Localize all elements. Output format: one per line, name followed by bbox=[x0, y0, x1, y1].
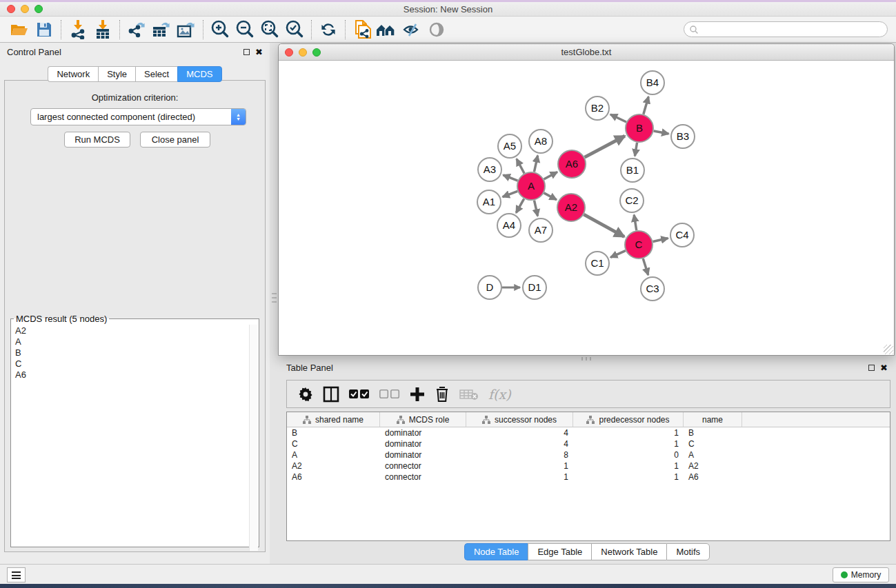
table-cell[interactable]: 1 bbox=[466, 461, 573, 471]
node-A2[interactable]: A2 bbox=[557, 194, 585, 221]
float-panel-icon[interactable] bbox=[243, 49, 250, 55]
table-cell[interactable]: 8 bbox=[466, 450, 573, 460]
tab-edge-table[interactable]: Edge Table bbox=[528, 543, 591, 560]
edge-A-A1[interactable] bbox=[503, 191, 518, 196]
memory-button[interactable]: Memory bbox=[833, 567, 889, 582]
table-cell[interactable]: connector bbox=[380, 472, 466, 482]
table-settings-icon[interactable] bbox=[298, 387, 313, 402]
mcds-result-item[interactable]: A6 bbox=[15, 369, 255, 381]
table-cell[interactable]: C bbox=[287, 439, 380, 449]
edge-A6-B[interactable] bbox=[585, 136, 625, 157]
table-cell[interactable]: 4 bbox=[466, 439, 573, 449]
node-A7[interactable]: A7 bbox=[529, 219, 552, 242]
edge-A-A6[interactable] bbox=[544, 172, 557, 179]
column-manager-icon[interactable] bbox=[323, 386, 339, 403]
zoom-out-icon[interactable] bbox=[232, 19, 257, 41]
node-A5[interactable]: A5 bbox=[498, 134, 521, 158]
column-header-name[interactable]: name bbox=[684, 412, 742, 427]
window-resize-grip[interactable] bbox=[884, 345, 893, 354]
table-cell[interactable]: 0 bbox=[573, 450, 684, 460]
table-cell[interactable]: B bbox=[287, 428, 380, 438]
export-image-icon[interactable] bbox=[174, 19, 199, 41]
edge-B-B1[interactable] bbox=[635, 143, 637, 156]
table-row[interactable]: Bdominator41B bbox=[287, 427, 890, 438]
node-B4[interactable]: B4 bbox=[641, 71, 664, 94]
node-C2[interactable]: C2 bbox=[620, 189, 644, 212]
task-history-button[interactable] bbox=[7, 567, 26, 582]
table-cell[interactable]: 1 bbox=[573, 472, 684, 482]
tab-select[interactable]: Select bbox=[135, 66, 177, 82]
table-row[interactable]: A6connector11A6 bbox=[287, 472, 890, 483]
import-table-icon[interactable] bbox=[90, 19, 115, 41]
clone-network-icon[interactable] bbox=[350, 19, 375, 41]
node-B2[interactable]: B2 bbox=[586, 97, 609, 120]
edge-A2-C[interactable] bbox=[584, 214, 624, 236]
node-table[interactable]: shared nameMCDS rolesuccessor nodesprede… bbox=[286, 412, 890, 541]
edge-A-A7[interactable] bbox=[534, 201, 537, 216]
node-B1[interactable]: B1 bbox=[621, 159, 644, 182]
import-network-icon[interactable] bbox=[66, 19, 90, 41]
edge-B-B4[interactable] bbox=[644, 97, 648, 114]
column-header-predecessor-nodes[interactable]: predecessor nodes bbox=[573, 412, 684, 427]
panel-split-handle[interactable] bbox=[272, 293, 277, 305]
edge-C-C4[interactable] bbox=[653, 239, 668, 242]
edge-A-A2[interactable] bbox=[544, 193, 557, 200]
table-cell[interactable]: 4 bbox=[466, 428, 573, 438]
select-all-icon[interactable] bbox=[349, 389, 370, 400]
tab-node-table[interactable]: Node Table bbox=[464, 543, 528, 560]
delete-column-icon[interactable] bbox=[435, 386, 450, 403]
network-window-titlebar[interactable]: testGlobe.txt bbox=[279, 44, 894, 61]
table-row[interactable]: A2connector11A2 bbox=[287, 460, 890, 472]
edge-A-A8[interactable] bbox=[534, 156, 537, 172]
table-cell[interactable]: dominator bbox=[380, 450, 466, 460]
table-row[interactable]: Adominator80A bbox=[287, 449, 890, 460]
node-D[interactable]: D bbox=[478, 276, 501, 299]
column-header-shared-name[interactable]: shared name bbox=[287, 412, 380, 427]
zoom-in-icon[interactable] bbox=[208, 19, 232, 41]
mcds-result-item[interactable]: B bbox=[15, 347, 255, 358]
show-panel-icon[interactable] bbox=[424, 19, 449, 41]
mcds-result-scrollbar[interactable] bbox=[249, 325, 258, 551]
refresh-icon[interactable] bbox=[316, 19, 341, 41]
node-D1[interactable]: D1 bbox=[523, 276, 546, 299]
export-network-icon[interactable] bbox=[124, 19, 149, 41]
run-mcds-button[interactable]: Run MCDS bbox=[64, 132, 130, 148]
close-panel-icon[interactable]: ✖ bbox=[255, 49, 263, 55]
table-cell[interactable]: connector bbox=[380, 461, 466, 471]
deselect-all-icon[interactable] bbox=[379, 389, 400, 400]
search-field[interactable] bbox=[684, 21, 888, 37]
table-cell[interactable]: A bbox=[684, 450, 742, 460]
mcds-result-item[interactable]: C bbox=[15, 358, 255, 369]
hide-panel-icon[interactable] bbox=[399, 19, 424, 41]
column-header-MCDS-role[interactable]: MCDS role bbox=[380, 412, 466, 427]
zoom-selected-icon[interactable] bbox=[282, 19, 307, 41]
tab-network-table[interactable]: Network Table bbox=[591, 543, 666, 560]
open-session-icon[interactable] bbox=[7, 19, 32, 41]
table-cell[interactable]: A6 bbox=[287, 472, 380, 482]
table-cell[interactable]: dominator bbox=[380, 428, 466, 438]
node-A3[interactable]: A3 bbox=[478, 158, 501, 181]
search-input[interactable] bbox=[701, 25, 887, 34]
network-overview-icon[interactable] bbox=[375, 19, 399, 41]
edge-B-B3[interactable] bbox=[654, 131, 669, 134]
table-cell[interactable]: C bbox=[684, 439, 742, 449]
export-table-icon[interactable] bbox=[149, 19, 174, 41]
table-cell[interactable]: A2 bbox=[287, 461, 380, 471]
mcds-result-item[interactable]: A2 bbox=[15, 325, 255, 336]
save-session-icon[interactable] bbox=[32, 19, 57, 41]
node-A8[interactable]: A8 bbox=[529, 130, 552, 153]
table-cell[interactable]: A6 bbox=[684, 472, 742, 482]
table-cell[interactable]: B bbox=[684, 428, 742, 438]
tab-mcds[interactable]: MCDS bbox=[177, 66, 221, 82]
edge-C-C3[interactable] bbox=[643, 258, 648, 275]
edge-A-A4[interactable] bbox=[516, 199, 524, 212]
add-column-icon[interactable] bbox=[410, 387, 425, 402]
table-cell[interactable]: 1 bbox=[573, 428, 684, 438]
close-table-panel-icon[interactable]: ✖ bbox=[880, 365, 888, 371]
node-B3[interactable]: B3 bbox=[671, 125, 695, 148]
table-cell[interactable]: 1 bbox=[466, 472, 573, 482]
tab-style[interactable]: Style bbox=[98, 66, 135, 82]
table-row[interactable]: Cdominator41C bbox=[287, 438, 890, 449]
node-A1[interactable]: A1 bbox=[477, 190, 501, 214]
optimization-criterion-select[interactable]: largest connected component (directed) ▲… bbox=[30, 108, 246, 125]
